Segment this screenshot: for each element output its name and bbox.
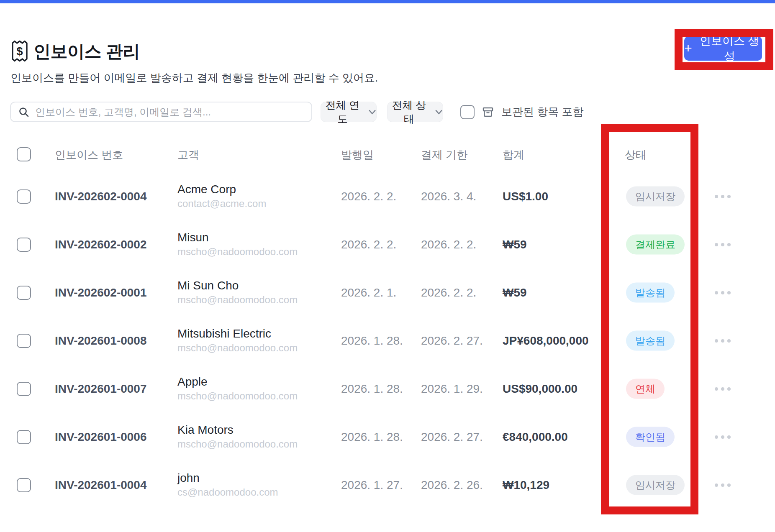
total-amount: ₩59 [503, 286, 527, 299]
customer-cell: Apple mscho@nadoomodoo.com [177, 374, 298, 404]
search-icon [18, 107, 29, 118]
total-amount: €840,000.00 [503, 430, 568, 444]
due-date: 2026. 2. 26. [421, 478, 483, 492]
customer-name: Misun [177, 230, 298, 245]
issue-date: 2026. 2. 2. [341, 190, 396, 203]
ellipsis-dot [721, 243, 724, 246]
issue-date: 2026. 1. 28. [341, 334, 403, 348]
receipt-dollar-icon: $ [11, 40, 28, 62]
archived-checkbox-label: 보관된 항목 포함 [501, 105, 583, 119]
row-checkbox[interactable] [17, 286, 31, 300]
due-date: 2026. 2. 27. [421, 430, 483, 444]
status-badge: 확인됨 [626, 427, 675, 447]
issue-date: 2026. 1. 28. [341, 430, 403, 444]
select-all-checkbox[interactable] [17, 147, 31, 161]
status-badge: 결제완료 [626, 234, 685, 255]
row-checkbox[interactable] [17, 478, 31, 492]
ellipsis-dot [715, 195, 718, 198]
invoice-number: INV-202601-0008 [55, 334, 147, 348]
ellipsis-dot [721, 291, 724, 294]
ellipsis-dot [715, 387, 718, 391]
chevron-down-icon [368, 109, 376, 115]
table-row: INV-202601-0004 john cs@nadoomodoo.com 2… [0, 461, 775, 509]
ellipsis-dot [727, 483, 731, 487]
due-date: 2026. 2. 2. [421, 238, 476, 251]
invoice-number: INV-202602-0004 [55, 190, 147, 203]
table-row: INV-202602-0004 Acme Corp contact@acme.c… [0, 172, 775, 220]
ellipsis-dot [715, 291, 718, 294]
table-row: INV-202602-0001 Mi Sun Cho mscho@nadoomo… [0, 269, 775, 317]
customer-name: Apple [177, 374, 298, 389]
status-badge: 임시저장 [626, 475, 685, 495]
status-badge: 발송됨 [626, 282, 675, 303]
row-actions-menu-button[interactable] [713, 288, 732, 298]
status-filter-label: 전체 상태 [388, 98, 431, 126]
issue-date: 2026. 2. 1. [341, 286, 396, 299]
row-actions-menu-button[interactable] [713, 192, 732, 202]
total-amount: ₩10,129 [503, 478, 549, 492]
search-field [10, 102, 312, 122]
create-invoice-button[interactable]: + 인보이스 생성 [684, 36, 762, 61]
table-header: 인보이스 번호 고객 발행일 결제 기한 합계 상태 [0, 146, 775, 163]
customer-cell: Misun mscho@nadoomodoo.com [177, 230, 298, 259]
customer-name: john [177, 471, 278, 485]
ellipsis-dot [727, 195, 731, 198]
status-badge: 임시저장 [626, 186, 685, 207]
total-amount: JP¥608,000,000 [503, 334, 589, 348]
customer-cell: Acme Corp contact@acme.com [177, 182, 266, 211]
year-filter-dropdown[interactable]: 전체 연도 [321, 102, 377, 122]
archived-filter: 보관된 항목 포함 [460, 105, 583, 119]
ellipsis-dot [721, 195, 724, 198]
customer-email: mscho@nadoomodoo.com [177, 245, 298, 259]
row-actions-menu-button[interactable] [713, 384, 732, 394]
search-input[interactable] [35, 106, 304, 118]
ellipsis-dot [727, 435, 731, 439]
chevron-down-icon [435, 109, 443, 115]
total-amount: US$90,000.00 [503, 382, 577, 396]
plus-icon: + [684, 41, 692, 55]
row-checkbox[interactable] [17, 189, 31, 204]
issue-date: 2026. 1. 28. [341, 382, 403, 396]
ellipsis-dot [721, 483, 724, 487]
customer-cell: Mitsubishi Electric mscho@nadoomodoo.com [177, 326, 298, 356]
status-filter-dropdown[interactable]: 전체 상태 [387, 102, 443, 122]
table-row: INV-202601-0007 Apple mscho@nadoomodoo.c… [0, 365, 775, 413]
table-row: INV-202601-0008 Mitsubishi Electric msch… [0, 317, 775, 365]
row-actions-menu-button[interactable] [713, 240, 732, 250]
col-header-issue-date: 발행일 [341, 148, 374, 162]
col-header-total: 합계 [503, 148, 524, 162]
customer-cell: Kia Motors mscho@nadoomodoo.com [177, 422, 298, 452]
col-header-invoice-no: 인보이스 번호 [55, 148, 123, 162]
invoice-number: INV-202602-0002 [55, 238, 147, 251]
table-row: INV-202601-0006 Kia Motors mscho@nadoomo… [0, 413, 775, 461]
row-checkbox[interactable] [17, 334, 31, 348]
status-badge: 연체 [626, 379, 665, 399]
total-amount: US$1.00 [503, 190, 548, 203]
issue-date: 2026. 2. 2. [341, 238, 396, 251]
row-checkbox[interactable] [17, 382, 31, 396]
row-actions-menu-button[interactable] [713, 480, 732, 490]
ellipsis-dot [727, 387, 731, 391]
ellipsis-dot [721, 435, 724, 439]
top-accent-bar [0, 0, 775, 3]
ellipsis-dot [721, 339, 724, 343]
customer-cell: Mi Sun Cho mscho@nadoomodoo.com [177, 278, 298, 307]
invoice-number: INV-202602-0001 [55, 286, 147, 299]
customer-cell: john cs@nadoomodoo.com [177, 471, 278, 500]
ellipsis-dot [715, 435, 718, 439]
invoice-number: INV-202601-0007 [55, 382, 147, 396]
ellipsis-dot [727, 291, 731, 294]
archived-checkbox[interactable] [460, 105, 475, 119]
col-header-customer: 고객 [177, 148, 199, 162]
row-actions-menu-button[interactable] [713, 336, 732, 346]
svg-text:$: $ [16, 45, 23, 58]
invoice-rows: INV-202602-0004 Acme Corp contact@acme.c… [0, 172, 775, 509]
ellipsis-dot [727, 339, 731, 343]
row-checkbox[interactable] [17, 238, 31, 252]
customer-name: Mitsubishi Electric [177, 326, 298, 341]
row-checkbox[interactable] [17, 430, 31, 444]
col-header-due-date: 결제 기한 [421, 148, 467, 162]
row-actions-menu-button[interactable] [713, 432, 732, 442]
page-title: 인보이스 관리 [33, 40, 140, 63]
customer-email: mscho@nadoomodoo.com [177, 389, 298, 404]
